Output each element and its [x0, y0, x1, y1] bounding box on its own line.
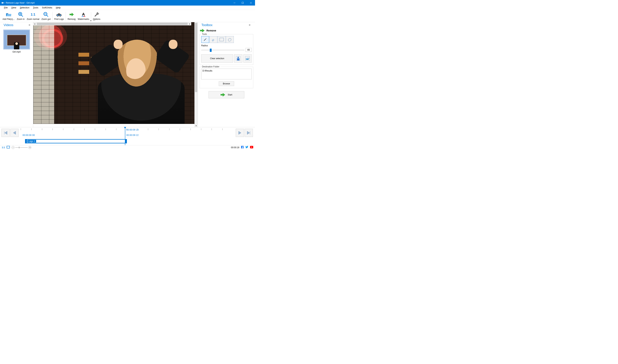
menu-tools[interactable]: Tools	[31, 6, 40, 9]
scroll-down-icon[interactable]: ▼	[195, 124, 198, 127]
tools-group: Tools Radius	[200, 34, 253, 65]
video-list-item[interactable]: Girl.mp4	[0, 28, 33, 54]
logo-range-bar[interactable]: Logo 1	[25, 139, 127, 143]
browse-label: Browse	[223, 82, 230, 85]
scroll-left-icon[interactable]: ◄	[33, 22, 36, 26]
svg-text:A: A	[82, 12, 85, 16]
toolbar-zoom-normal-label: Zoom normal	[27, 18, 39, 21]
main-area: Videos ✕ Girl.mp4	[0, 22, 255, 127]
preview-vertical-scrollbar[interactable]: ▲ ▼	[194, 22, 198, 127]
zoom-out-small-button[interactable]: −	[12, 146, 14, 149]
preview-area: ◄ ► ▲ ▼	[33, 22, 198, 127]
facebook-icon[interactable]	[241, 146, 244, 149]
save-mask-button[interactable]	[234, 54, 242, 63]
zoom-out-icon	[43, 12, 49, 17]
scroll-thumb[interactable]	[37, 23, 188, 25]
radius-value[interactable]: 65	[245, 48, 252, 52]
main-toolbar: Add File(s)... Zoom in 1:1 Zoom normal Z…	[0, 10, 255, 22]
toolbar-zoom-normal[interactable]: 1:1 Zoom normal	[26, 11, 40, 22]
arrow-right-green-icon	[69, 12, 75, 17]
toolbar-overflow-button[interactable]: ▾	[90, 20, 92, 22]
browse-button[interactable]: Browse	[219, 81, 234, 86]
radius-label: Radius	[201, 44, 252, 47]
radius-slider[interactable]	[201, 48, 245, 52]
timeline-goto-start-button[interactable]	[1, 129, 10, 137]
timeline-goto-end-button[interactable]	[245, 129, 253, 137]
toolbar-add-files-label: Add File(s)...	[2, 18, 15, 21]
youtube-icon[interactable]	[250, 146, 253, 149]
slider-thumb[interactable]	[210, 49, 212, 52]
timeline-ruler[interactable]: 00:00:09 18 00:00:00 00 00:00:09 22	[21, 127, 233, 139]
fit-to-screen-icon[interactable]	[7, 146, 10, 149]
timeline-logo-track[interactable]: Logo 1	[24, 139, 232, 145]
app-icon	[1, 1, 4, 4]
start-button[interactable]: Start	[208, 91, 244, 98]
tool-freeform-select[interactable]	[226, 36, 234, 43]
scroll-thumb[interactable]	[195, 23, 197, 92]
toolbox-panel: Toolbox ✕ Remove Tools	[198, 22, 255, 127]
load-mask-button[interactable]	[244, 54, 252, 63]
timeline-step-forward-button[interactable]	[236, 129, 244, 137]
logo-selection-overlay[interactable]	[34, 23, 67, 50]
destination-group: Destination Folder Browse	[200, 67, 253, 88]
toolbar-add-files[interactable]: Add File(s)...	[1, 11, 16, 22]
status-bar: 1:1 − + 00:00:18	[0, 145, 255, 149]
toolbox-panel-title: Toolbox	[201, 23, 248, 27]
tool-eraser[interactable]	[209, 36, 217, 43]
svg-rect-15	[238, 57, 239, 58]
svg-rect-1	[242, 2, 244, 4]
toolbar-options[interactable]: Options	[92, 11, 101, 22]
svg-point-7	[60, 14, 61, 16]
destination-folder-input[interactable]	[201, 69, 252, 79]
arrow-right-green-icon	[220, 93, 225, 97]
toolbar-separator	[65, 12, 66, 21]
toolbar-zoom-in[interactable]: Zoom in	[16, 11, 26, 22]
toolbar-remove[interactable]: Remove	[66, 11, 77, 22]
toolbar-find-logo[interactable]: Find Logo	[53, 11, 65, 22]
zoom-normal-icon: 1:1	[30, 12, 36, 17]
video-file-name: Girl.mp4	[0, 50, 33, 54]
timeline-start-label: 00:00:00 00	[23, 134, 35, 136]
videos-panel-close-icon[interactable]: ✕	[28, 24, 31, 26]
svg-point-0	[2, 2, 3, 4]
tools-legend: Tools	[201, 33, 208, 35]
window-close-button[interactable]	[247, 0, 255, 6]
timeline-step-back-button[interactable]	[10, 129, 19, 137]
wrench-icon	[94, 12, 100, 17]
twitter-icon[interactable]	[245, 146, 248, 149]
toolbar-watermarks[interactable]: A Watermarks	[77, 11, 90, 22]
scroll-right-icon[interactable]: ►	[188, 22, 191, 26]
zoom-in-small-button[interactable]: +	[28, 146, 31, 149]
toolbox-panel-close-icon[interactable]: ✕	[248, 24, 251, 26]
videos-panel-header: Videos ✕	[0, 22, 33, 28]
status-duration: 00:00:18	[231, 146, 239, 149]
menu-softorbits[interactable]: SoftOrbits	[40, 6, 54, 9]
video-thumbnail	[3, 29, 30, 50]
clear-selection-button[interactable]: Clear selection	[201, 54, 233, 63]
tool-rectangle-select[interactable]	[218, 36, 226, 43]
zoom-slider[interactable]	[15, 147, 28, 148]
toolbar-remove-label: Remove	[67, 18, 76, 20]
svg-rect-17	[7, 146, 10, 148]
toolbar-zoom-out-label: Zoom out	[41, 18, 51, 20]
social-links	[241, 146, 253, 149]
preview-canvas[interactable]: ◄ ►	[33, 22, 194, 127]
menu-file[interactable]: File	[2, 6, 10, 9]
text-a-icon: A	[81, 12, 86, 17]
toolbar-options-label: Options	[93, 18, 100, 20]
folder-open-icon	[6, 12, 12, 17]
logo-range-label: Logo 1	[27, 140, 36, 143]
menu-view[interactable]: View	[10, 6, 18, 9]
binoculars-icon	[56, 12, 62, 17]
window-maximize-button[interactable]	[239, 0, 247, 6]
toolbar-zoom-out[interactable]: Zoom out	[40, 11, 52, 22]
preview-horizontal-scrollbar[interactable]: ◄ ►	[33, 22, 191, 26]
window-minimize-button[interactable]	[230, 0, 239, 6]
timeline: 00:00:09 18 00:00:00 00 00:00:09 22 Logo…	[0, 127, 255, 145]
svg-rect-16	[245, 56, 250, 61]
menu-help[interactable]: Help	[54, 6, 63, 9]
timeline-playhead-label: 00:00:09 18	[126, 128, 139, 131]
svg-rect-14	[237, 58, 240, 60]
menu-selection[interactable]: Selection	[18, 6, 31, 9]
tool-marker[interactable]	[201, 36, 209, 43]
